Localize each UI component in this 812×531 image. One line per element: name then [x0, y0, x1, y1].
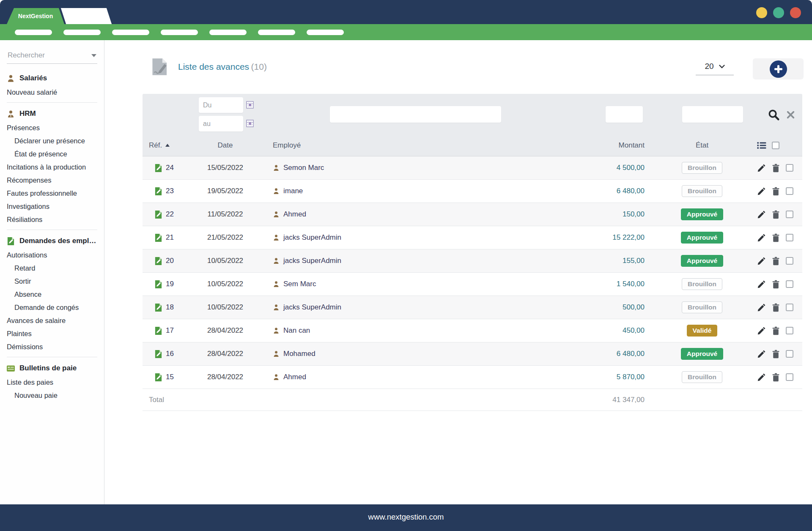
edit-icon[interactable]: [757, 187, 766, 196]
sidebar-item-fautes[interactable]: Fautes professionnelle: [0, 187, 104, 200]
row-checkbox[interactable]: [786, 257, 793, 265]
sidebar-item-autorisations[interactable]: Autorisations: [0, 249, 104, 262]
brand-tab[interactable]: NextGestion: [7, 8, 64, 24]
delete-icon[interactable]: [771, 326, 780, 335]
ref-link[interactable]: 19: [166, 280, 174, 288]
employee-link[interactable]: Ahmed: [283, 373, 306, 381]
table-row[interactable]: 18 10/05/2022 jacks SuperAdmin 500,00 Br…: [143, 296, 802, 319]
delete-icon[interactable]: [771, 280, 780, 289]
ref-link[interactable]: 16: [166, 350, 174, 358]
sidebar-item-nouveau-salarie[interactable]: Nouveau salarié: [0, 86, 104, 99]
table-row[interactable]: 22 11/05/2022 Ahmed 150,00 Approuvé: [143, 203, 802, 226]
ref-link[interactable]: 18: [166, 303, 174, 312]
table-row[interactable]: 23 19/05/2022 imane 6 480,00 Brouillon: [143, 180, 802, 203]
employee-filter-select[interactable]: [330, 106, 501, 123]
edit-icon[interactable]: [757, 257, 766, 266]
employee-link[interactable]: jacks SuperAdmin: [283, 303, 341, 312]
table-row[interactable]: 21 21/05/2022 jacks SuperAdmin 15 222,00…: [143, 226, 802, 249]
ref-link[interactable]: 20: [166, 257, 174, 265]
sidebar-item-demissions[interactable]: Démissions: [0, 340, 104, 353]
employee-link[interactable]: Mohamed: [283, 350, 315, 358]
nav-pill-6[interactable]: [258, 30, 295, 35]
nav-pill-1[interactable]: [15, 30, 52, 35]
clear-filter-icon[interactable]: [786, 110, 795, 119]
background-tab[interactable]: [61, 8, 112, 24]
sidebar-item-retard[interactable]: Retard: [0, 262, 104, 275]
ref-link[interactable]: 24: [166, 164, 174, 172]
table-row[interactable]: 24 15/05/2022 Semon Marc 4 500,00 Brouil…: [143, 156, 802, 180]
sidebar-item-nouveau-paie[interactable]: Nouveau paie: [0, 389, 104, 402]
minimize-button[interactable]: [756, 7, 767, 18]
nav-pill-3[interactable]: [112, 30, 149, 35]
row-checkbox[interactable]: [786, 187, 793, 195]
search-input[interactable]: Rechercher: [7, 49, 97, 64]
edit-icon[interactable]: [757, 350, 766, 359]
row-checkbox[interactable]: [786, 211, 793, 218]
ref-link[interactable]: 21: [166, 233, 174, 242]
sidebar-header-demandes[interactable]: Demandes des empl…: [0, 233, 104, 249]
ref-link[interactable]: 15: [166, 373, 174, 381]
calendar-icon[interactable]: [246, 101, 254, 109]
row-checkbox[interactable]: [786, 280, 793, 288]
state-filter-select[interactable]: [682, 106, 743, 123]
sidebar-item-investigations[interactable]: Investigations: [0, 200, 104, 213]
nav-pill-4[interactable]: [161, 30, 198, 35]
sidebar-item-etat-presence[interactable]: État de présence: [0, 148, 104, 161]
employee-link[interactable]: Semon Marc: [283, 164, 324, 172]
delete-icon[interactable]: [771, 350, 780, 359]
sidebar-item-liste-paies[interactable]: Liste des paies: [0, 376, 104, 389]
nav-pill-2[interactable]: [63, 30, 101, 35]
list-view-icon[interactable]: [757, 142, 766, 149]
footer-url[interactable]: www.nextgestion.com: [368, 512, 444, 521]
employee-link[interactable]: Ahmed: [283, 210, 306, 219]
column-amount[interactable]: Montant: [534, 141, 647, 150]
close-button[interactable]: [790, 7, 801, 18]
delete-icon[interactable]: [771, 373, 780, 382]
sidebar-item-incitations[interactable]: Incitations à la production: [0, 161, 104, 174]
table-row[interactable]: 19 10/05/2022 Sem Marc 1 540,00 Brouillo…: [143, 273, 802, 296]
edit-icon[interactable]: [757, 164, 766, 172]
delete-icon[interactable]: [771, 303, 780, 312]
column-date[interactable]: Date: [195, 141, 256, 150]
delete-icon[interactable]: [771, 233, 780, 242]
column-ref[interactable]: Réf.: [143, 141, 195, 150]
search-icon[interactable]: [768, 109, 780, 121]
column-employee[interactable]: Employé: [256, 141, 534, 150]
table-row[interactable]: 20 10/05/2022 jacks SuperAdmin 155,00 Ap…: [143, 249, 802, 273]
delete-icon[interactable]: [771, 257, 780, 266]
employee-link[interactable]: imane: [283, 187, 303, 195]
sidebar-item-resiliations[interactable]: Résiliations: [0, 213, 104, 226]
table-row[interactable]: 17 28/04/2022 Nan can 450,00 Validé: [143, 319, 802, 342]
add-advance-button[interactable]: [770, 60, 787, 78]
employee-link[interactable]: Nan can: [283, 326, 310, 335]
ref-link[interactable]: 23: [166, 187, 174, 195]
row-checkbox[interactable]: [786, 350, 793, 358]
amount-filter-input[interactable]: [606, 106, 643, 123]
sidebar-item-presences[interactable]: Présences: [0, 121, 104, 134]
delete-icon[interactable]: [771, 164, 780, 172]
sidebar-header-salaries[interactable]: Salariés: [0, 71, 104, 86]
sidebar-item-absence[interactable]: Absence: [0, 288, 104, 301]
delete-icon[interactable]: [771, 210, 780, 219]
edit-icon[interactable]: [757, 280, 766, 289]
select-all-checkbox[interactable]: [772, 142, 779, 149]
sidebar-item-avances-salaire[interactable]: Avances de salaire: [0, 314, 104, 327]
employee-link[interactable]: jacks SuperAdmin: [283, 233, 341, 242]
calendar-icon[interactable]: [246, 120, 254, 127]
date-to-input[interactable]: [199, 116, 243, 131]
sidebar-header-bulletins[interactable]: Bulletins de paie: [0, 361, 104, 376]
nav-pill-7[interactable]: [307, 30, 344, 35]
row-checkbox[interactable]: [786, 164, 793, 172]
row-checkbox[interactable]: [786, 234, 793, 241]
table-row[interactable]: 16 28/04/2022 Mohamed 6 480,00 Approuvé: [143, 342, 802, 366]
edit-icon[interactable]: [757, 373, 766, 382]
column-state[interactable]: État: [647, 141, 757, 150]
edit-icon[interactable]: [757, 233, 766, 242]
sidebar-item-plaintes[interactable]: Plaintes: [0, 327, 104, 340]
nav-pill-5[interactable]: [209, 30, 247, 35]
row-checkbox[interactable]: [786, 304, 793, 311]
maximize-button[interactable]: [773, 7, 784, 18]
page-size-select[interactable]: 20: [696, 62, 734, 75]
sidebar-item-demande-conges[interactable]: Demande de congés: [0, 301, 104, 314]
row-checkbox[interactable]: [786, 327, 793, 334]
